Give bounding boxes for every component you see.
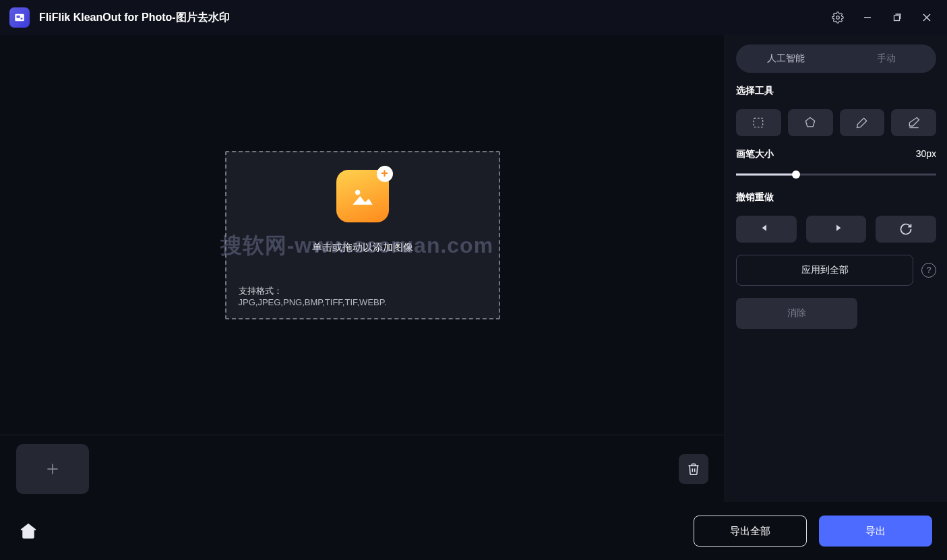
close-icon	[922, 13, 931, 22]
tab-ai[interactable]: 人工智能	[736, 44, 836, 73]
export-button[interactable]: 导出	[819, 516, 932, 547]
canvas-area: + 单击或拖动以添加图像 支持格式： JPG,JPEG,PNG,BMP,TIFF…	[0, 35, 725, 435]
help-icon: ?	[927, 266, 931, 275]
undo-redo-label: 撤销重做	[736, 191, 936, 204]
tool-eraser[interactable]	[891, 109, 936, 136]
dropzone[interactable]: + 单击或拖动以添加图像 支持格式： JPG,JPEG,PNG,BMP,TIFF…	[225, 151, 500, 319]
mode-tabs: 人工智能 手动	[736, 44, 936, 73]
delete-button[interactable]	[679, 454, 708, 484]
reset-icon	[899, 222, 913, 236]
redo-icon	[829, 222, 844, 237]
minimize-icon	[863, 13, 872, 22]
close-button[interactable]	[912, 4, 942, 31]
remove-button[interactable]: 消除	[736, 298, 857, 329]
eraser-icon	[907, 116, 921, 129]
apply-all-button[interactable]: 应用到全部	[736, 255, 913, 286]
home-icon	[18, 521, 38, 541]
trash-icon	[687, 462, 700, 476]
thumbnail-tray	[0, 435, 725, 502]
svg-point-8	[355, 189, 360, 194]
image-add-icon: +	[336, 170, 389, 222]
undo-icon	[759, 222, 774, 237]
tool-lasso[interactable]	[788, 109, 833, 136]
select-tool-label: 选择工具	[736, 85, 936, 97]
plus-icon	[44, 460, 61, 478]
svg-rect-11	[754, 118, 763, 127]
svg-point-2	[21, 18, 23, 20]
maximize-icon	[892, 13, 902, 22]
home-button[interactable]	[15, 518, 42, 545]
undo-button[interactable]	[736, 216, 797, 243]
titlebar: FliFlik KleanOut for Photo-图片去水印	[0, 0, 947, 35]
slider-thumb[interactable]	[792, 170, 800, 179]
plus-badge-icon: +	[377, 166, 393, 182]
tools-panel: 人工智能 手动 选择工具 画笔大小 30px	[725, 35, 947, 502]
dropzone-headline: 单击或拖动以添加图像	[312, 241, 413, 254]
dropzone-formats: JPG,JPEG,PNG,BMP,TIFF,TIF,WEBP.	[239, 297, 487, 307]
lasso-icon	[803, 116, 817, 129]
reset-button[interactable]	[876, 216, 936, 243]
redo-button[interactable]	[806, 216, 867, 243]
settings-button[interactable]	[823, 4, 853, 31]
help-button[interactable]: ?	[921, 263, 936, 278]
gear-icon	[832, 11, 844, 24]
maximize-button[interactable]	[882, 4, 912, 31]
svg-rect-5	[894, 15, 900, 21]
app-logo	[9, 7, 30, 28]
export-all-button[interactable]: 导出全部	[694, 516, 807, 547]
brush-size-slider[interactable]	[736, 170, 936, 179]
minimize-button[interactable]	[853, 4, 882, 31]
svg-rect-1	[17, 15, 20, 18]
brush-size-label: 画笔大小	[736, 148, 774, 160]
footer-bar: 导出全部 导出	[0, 502, 947, 560]
tool-brush[interactable]	[840, 109, 885, 136]
add-image-button[interactable]	[16, 444, 89, 494]
tool-marquee[interactable]	[736, 109, 781, 136]
marquee-icon	[752, 116, 765, 129]
brush-icon	[855, 116, 869, 129]
tab-manual[interactable]: 手动	[836, 44, 937, 73]
svg-marker-12	[805, 118, 814, 127]
app-title: FliFlik KleanOut for Photo-图片去水印	[39, 11, 230, 25]
brush-size-value: 30px	[916, 148, 936, 160]
svg-point-3	[836, 16, 840, 20]
dropzone-sublabel: 支持格式：	[239, 285, 487, 297]
